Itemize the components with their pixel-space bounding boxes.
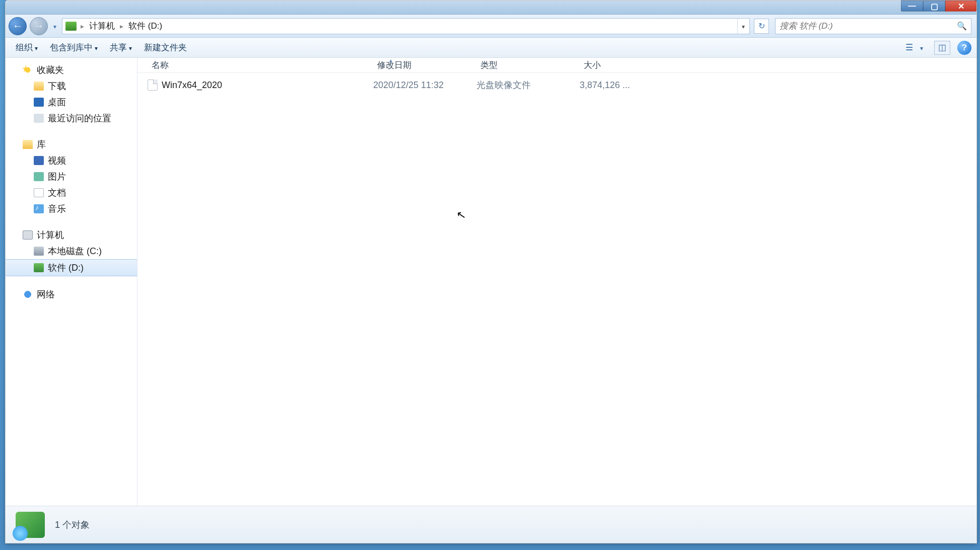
file-date-cell: 2020/12/25 11:32 xyxy=(373,80,476,91)
caret-down-icon xyxy=(742,21,745,31)
preview-pane-button[interactable]: ◫ xyxy=(934,41,950,55)
computer-label: 计算机 xyxy=(37,229,64,241)
drive-icon xyxy=(34,263,44,272)
music-icon xyxy=(34,204,44,213)
help-button[interactable]: ? xyxy=(957,41,971,55)
forward-button[interactable] xyxy=(30,17,48,35)
close-icon: ✕ xyxy=(958,2,964,11)
sidebar-group-computer: 计算机 本地磁盘 (C:) 软件 (D:) xyxy=(6,227,137,276)
downloads-icon xyxy=(34,82,44,91)
sidebar-head-computer[interactable]: 计算机 xyxy=(6,227,137,243)
drive-status-icon xyxy=(16,512,45,538)
search-box[interactable]: 🔍 xyxy=(775,18,971,34)
address-dropdown[interactable] xyxy=(737,19,748,34)
sidebar-item-pictures[interactable]: 图片 xyxy=(6,169,137,185)
sidebar-head-favorites[interactable]: 收藏夹 xyxy=(6,62,137,78)
sidebar-head-network[interactable]: 网络 xyxy=(6,286,137,302)
video-icon xyxy=(34,156,44,165)
sidebar-item-documents[interactable]: 文档 xyxy=(6,185,137,201)
libraries-label: 库 xyxy=(37,138,46,150)
column-header-name[interactable]: 名称 xyxy=(148,58,373,73)
caret-down-icon xyxy=(35,43,38,53)
nav-history-dropdown[interactable] xyxy=(51,22,59,31)
search-icon: 🔍 xyxy=(957,21,967,31)
sort-indicator-icon: ▴ xyxy=(389,58,392,64)
sidebar-item-label: 最近访问的位置 xyxy=(48,112,111,124)
sidebar-item-music[interactable]: 音乐 xyxy=(6,201,137,217)
library-icon xyxy=(23,140,33,149)
pictures-icon xyxy=(34,172,44,181)
desktop-icon xyxy=(34,98,44,107)
hdd-icon xyxy=(34,247,44,256)
search-input[interactable] xyxy=(780,21,957,31)
sidebar-head-libraries[interactable]: 库 xyxy=(6,136,137,152)
organize-menu[interactable]: 组织 xyxy=(11,40,43,55)
navigation-pane: 收藏夹 下载 桌面 最近访问的位置 库 视频 图片 文档 音乐 计算机 本地磁盘… xyxy=(6,58,137,506)
preview-pane-icon: ◫ xyxy=(938,42,946,53)
arrow-right-icon xyxy=(34,20,44,32)
caret-down-icon xyxy=(53,22,56,31)
file-size-cell: 3,874,126 ... xyxy=(580,80,645,91)
share-menu[interactable]: 共享 xyxy=(105,40,137,55)
caret-down-icon xyxy=(95,43,98,53)
star-icon xyxy=(23,65,33,74)
arrow-left-icon xyxy=(13,20,23,32)
file-name-cell: Win7x64_2020 xyxy=(148,80,373,91)
sidebar-group-network: 网络 xyxy=(6,286,137,302)
address-bar[interactable]: 计算机 软件 (D:) xyxy=(62,18,750,34)
toolbar: 组织 包含到库中 共享 新建文件夹 ☰ ◫ ? xyxy=(6,38,976,58)
sidebar-item-label: 图片 xyxy=(48,171,66,183)
recent-icon xyxy=(34,114,44,123)
drive-icon xyxy=(65,22,77,31)
refresh-icon: ↻ xyxy=(758,21,765,31)
column-header-size[interactable]: 大小 xyxy=(580,58,645,73)
back-button[interactable] xyxy=(9,17,27,35)
sidebar-item-label: 软件 (D:) xyxy=(48,262,84,274)
close-button[interactable]: ✕ xyxy=(945,1,976,12)
sidebar-item-downloads[interactable]: 下载 xyxy=(6,78,137,94)
file-row[interactable]: Win7x64_2020 2020/12/25 11:32 光盘映像文件 3,8… xyxy=(137,76,976,94)
sidebar-group-libraries: 库 视频 图片 文档 音乐 xyxy=(6,136,137,217)
breadcrumb-computer[interactable]: 计算机 xyxy=(86,19,118,33)
titlebar[interactable]: — ▢ ✕ xyxy=(6,1,976,15)
help-icon: ? xyxy=(962,43,967,53)
file-name-label: Win7x64_2020 xyxy=(162,80,222,91)
status-bar: 1 个对象 xyxy=(6,506,976,543)
sidebar-item-local-disk-c[interactable]: 本地磁盘 (C:) xyxy=(6,243,137,259)
breadcrumb-separator[interactable] xyxy=(119,21,124,31)
network-label: 网络 xyxy=(37,288,55,300)
file-list[interactable]: Win7x64_2020 2020/12/25 11:32 光盘映像文件 3,8… xyxy=(137,73,976,506)
view-mode-dropdown[interactable] xyxy=(920,43,929,53)
maximize-button[interactable]: ▢ xyxy=(923,1,945,12)
minimize-button[interactable]: — xyxy=(901,1,923,12)
sidebar-item-desktop[interactable]: 桌面 xyxy=(6,94,137,110)
view-mode-button[interactable]: ☰ xyxy=(900,41,918,55)
caret-down-icon xyxy=(920,43,923,52)
share-label: 共享 xyxy=(110,42,127,53)
organize-label: 组织 xyxy=(16,42,33,53)
sidebar-item-software-d[interactable]: 软件 (D:) xyxy=(6,259,137,276)
sidebar-item-videos[interactable]: 视频 xyxy=(6,152,137,169)
breadcrumb-drive[interactable]: 软件 (D:) xyxy=(125,19,165,33)
status-count-label: 1 个对象 xyxy=(55,519,90,531)
refresh-button[interactable]: ↻ xyxy=(754,19,769,34)
favorites-label: 收藏夹 xyxy=(37,64,64,76)
desktop: — ▢ ✕ 计算机 软件 (D:) ↻ 🔍 组织 包含到库中 共享 新建文件夹 xyxy=(0,0,980,550)
sidebar-item-label: 桌面 xyxy=(48,96,66,108)
include-label: 包含到库中 xyxy=(50,42,93,53)
breadcrumb-separator[interactable] xyxy=(80,21,85,31)
sidebar-item-recent[interactable]: 最近访问的位置 xyxy=(6,110,137,126)
computer-icon xyxy=(23,230,33,240)
file-type-cell: 光盘映像文件 xyxy=(476,79,580,91)
iso-file-icon xyxy=(148,80,158,91)
documents-icon xyxy=(34,188,44,197)
column-headers: ▴ 名称 修改日期 类型 大小 xyxy=(137,58,976,73)
file-list-pane[interactable]: ▴ 名称 修改日期 类型 大小 Win7x64_2020 2020/12/25 … xyxy=(137,58,976,506)
new-folder-button[interactable]: 新建文件夹 xyxy=(139,40,192,55)
include-in-library-menu[interactable]: 包含到库中 xyxy=(45,40,103,55)
newfolder-label: 新建文件夹 xyxy=(144,42,187,53)
explorer-body: 收藏夹 下载 桌面 最近访问的位置 库 视频 图片 文档 音乐 计算机 本地磁盘… xyxy=(6,58,976,506)
column-header-type[interactable]: 类型 xyxy=(476,58,580,73)
column-header-date[interactable]: 修改日期 xyxy=(373,58,476,73)
sidebar-item-label: 音乐 xyxy=(48,203,66,215)
